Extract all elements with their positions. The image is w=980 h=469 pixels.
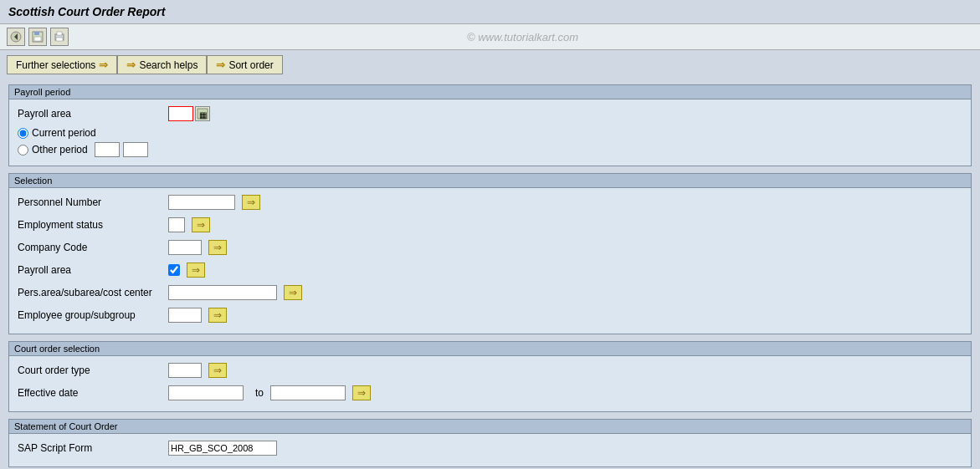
payroll-period-body: Payroll area ▦ Current period Other peri…: [9, 99, 971, 166]
other-period-inputs: [95, 142, 148, 157]
pers-area-row: Pers.area/subarea/cost center: [18, 283, 962, 302]
svg-rect-7: [56, 38, 63, 41]
sap-script-form-input[interactable]: [168, 441, 277, 456]
payroll-area-input[interactable]: [168, 106, 193, 121]
employment-status-label: Employment status: [18, 219, 168, 231]
court-order-type-row: Court order type: [18, 361, 962, 380]
employment-status-arrow[interactable]: [192, 217, 210, 232]
current-period-radio[interactable]: [18, 128, 28, 139]
employee-group-row: Employee group/subgroup: [18, 306, 962, 324]
main-content: Payroll period Payroll area ▦ Current pe…: [0, 79, 980, 469]
employment-status-input[interactable]: [168, 217, 185, 232]
employee-group-arrow[interactable]: [208, 308, 227, 323]
effective-date-from-input[interactable]: [168, 385, 244, 400]
court-order-body: Court order type Effective date to: [9, 356, 971, 411]
svg-rect-6: [57, 32, 62, 35]
payroll-area-sel-label: Payroll area: [18, 264, 168, 276]
employee-group-input[interactable]: [168, 308, 202, 323]
statement-body: SAP Script Form: [9, 434, 971, 466]
employment-status-row: Employment status: [18, 216, 962, 234]
sort-order-arrow: ⇒: [216, 59, 225, 71]
svg-rect-4: [34, 37, 41, 41]
personnel-number-label: Personnel Number: [18, 196, 168, 208]
search-helps-label: Search helps: [139, 59, 198, 71]
payroll-area-inputs: ▦: [168, 106, 210, 121]
print-icon[interactable]: [50, 28, 69, 46]
company-code-input[interactable]: [168, 240, 202, 255]
selection-section: Selection Personnel Number Employment st…: [8, 173, 972, 334]
page-title: Scottish Court Order Report: [8, 5, 165, 18]
sort-order-label: Sort order: [228, 59, 273, 71]
payroll-area-sel-arrow[interactable]: [187, 263, 205, 278]
title-bar: Scottish Court Order Report: [0, 0, 980, 24]
pers-area-input[interactable]: [168, 285, 277, 300]
payroll-area-checkbox[interactable]: [168, 264, 180, 276]
other-period-radio[interactable]: [18, 145, 28, 155]
other-period-label: Other period: [32, 144, 88, 155]
tab-further-selections[interactable]: Further selections ⇒: [7, 55, 117, 74]
court-order-type-input[interactable]: [168, 363, 202, 378]
other-period-row: Other period: [18, 142, 962, 157]
statement-section: Statement of Court Order SAP Script Form: [8, 419, 972, 467]
current-period-label: Current period: [32, 127, 96, 139]
company-code-label: Company Code: [18, 242, 168, 253]
court-order-section: Court order selection Court order type E…: [8, 341, 972, 412]
back-icon[interactable]: [7, 28, 25, 46]
payroll-area-select-btn[interactable]: ▦: [195, 106, 210, 121]
current-period-row: Current period: [18, 127, 962, 139]
further-selections-label: Further selections: [16, 59, 95, 71]
tab-search-helps[interactable]: ⇒ Search helps: [117, 55, 207, 74]
selection-body: Personnel Number Employment status Compa…: [9, 188, 971, 334]
tabs-bar: Further selections ⇒ ⇒ Search helps ⇒ So…: [0, 50, 980, 79]
effective-date-label: Effective date: [18, 387, 168, 399]
search-helps-arrow-left: ⇒: [126, 59, 136, 71]
court-order-title: Court order selection: [9, 342, 971, 356]
to-label: to: [255, 387, 264, 399]
sap-script-form-row: SAP Script Form: [18, 439, 962, 457]
court-order-type-label: Court order type: [18, 364, 168, 376]
pers-area-arrow[interactable]: [284, 285, 302, 300]
further-selections-arrow: ⇒: [99, 59, 108, 71]
personnel-number-arrow[interactable]: [242, 195, 260, 210]
svg-text:▦: ▦: [199, 110, 207, 120]
court-order-type-arrow[interactable]: [208, 363, 227, 378]
pers-area-label: Pers.area/subarea/cost center: [18, 287, 168, 298]
other-period-input1[interactable]: [95, 142, 120, 157]
selection-title: Selection: [9, 174, 971, 188]
payroll-area-label: Payroll area: [18, 108, 168, 120]
statement-title: Statement of Court Order: [9, 420, 971, 434]
payroll-area-sel-row: Payroll area: [18, 261, 962, 279]
payroll-period-section: Payroll period Payroll area ▦ Current pe…: [8, 84, 972, 166]
toolbar: © www.tutorialkart.com: [0, 24, 980, 50]
tab-sort-order[interactable]: ⇒ Sort order: [207, 55, 282, 74]
svg-rect-3: [34, 32, 39, 35]
effective-date-row: Effective date to: [18, 384, 962, 402]
save-icon[interactable]: [28, 28, 47, 46]
effective-date-to-input[interactable]: [270, 385, 346, 400]
effective-date-arrow[interactable]: [352, 385, 371, 400]
company-code-row: Company Code: [18, 238, 962, 257]
company-code-arrow[interactable]: [208, 240, 227, 255]
payroll-area-row: Payroll area ▦: [18, 105, 962, 123]
sap-script-form-label: SAP Script Form: [18, 442, 168, 454]
payroll-period-title: Payroll period: [9, 85, 971, 99]
employee-group-label: Employee group/subgroup: [18, 309, 168, 321]
watermark: © www.tutorialkart.com: [72, 31, 973, 43]
other-period-input2[interactable]: [123, 142, 148, 157]
personnel-number-input[interactable]: [168, 195, 235, 210]
personnel-number-row: Personnel Number: [18, 193, 962, 212]
